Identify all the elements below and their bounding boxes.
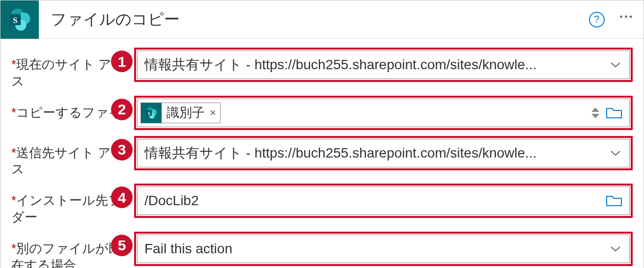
current-site-dropdown[interactable]: 情報共有サイト - https://buch255.sharepoint.com… — [137, 51, 630, 79]
svg-text:S: S — [148, 110, 150, 115]
spinner-control — [590, 107, 601, 118]
if-exists-value: Fail this action — [144, 241, 609, 257]
if-exists-dropdown[interactable]: Fail this action — [137, 235, 630, 263]
row-dest-site: *送信先サイト アス 3 情報共有サイト - https://buch255.s… — [11, 136, 633, 178]
badge-4: 4 — [111, 187, 133, 208]
help-icon[interactable]: ? — [589, 12, 605, 27]
badge-3: 3 — [111, 139, 133, 161]
highlight-file-to-copy: S 識別子 × — [134, 96, 633, 130]
dynamic-token-identifier[interactable]: S 識別子 × — [140, 103, 221, 123]
spinner-down-icon[interactable] — [591, 114, 599, 118]
card-header: S ファイルのコピー ? ··· — [0, 0, 644, 39]
highlight-current-site: 情報共有サイト - https://buch255.sharepoint.com… — [134, 48, 633, 82]
label-dest-site: *送信先サイト アス 3 — [11, 136, 134, 178]
dest-folder-input[interactable]: /DocLib2 — [137, 187, 630, 215]
card-body: *現在のサイト アス 1 情報共有サイト - https://buch255.s… — [0, 39, 644, 268]
current-site-value: 情報共有サイト - https://buch255.sharepoint.com… — [144, 55, 609, 74]
row-dest-folder: *インストール先フダー 4 /DocLib2 — [11, 184, 633, 226]
row-file-to-copy: *コピーするファイ 2 — [11, 96, 633, 130]
dest-folder-value: /DocLib2 — [144, 193, 606, 209]
row-current-site: *現在のサイト アス 1 情報共有サイト - https://buch255.s… — [11, 48, 633, 90]
sharepoint-icon: S — [0, 0, 39, 39]
highlight-dest-site: 情報共有サイト - https://buch255.sharepoint.com… — [134, 136, 633, 170]
badge-5: 5 — [111, 235, 133, 256]
sharepoint-icon: S — [141, 103, 162, 123]
token-label: 識別子 — [167, 104, 205, 121]
label-if-exists: *別のファイルが既在する場合 5 — [11, 232, 134, 268]
row-if-exists: *別のファイルが既在する場合 5 Fail this action — [11, 232, 633, 268]
folder-picker-button[interactable] — [606, 194, 622, 208]
label-file-to-copy: *コピーするファイ 2 — [11, 96, 134, 121]
dest-site-dropdown[interactable]: 情報共有サイト - https://buch255.sharepoint.com… — [137, 139, 630, 167]
svg-text:S: S — [13, 15, 17, 25]
spinner-up-icon[interactable] — [591, 107, 599, 112]
badge-2: 2 — [111, 99, 133, 120]
action-card: S ファイルのコピー ? ··· *現在のサイト アス 1 情報共有サイト - … — [0, 0, 644, 268]
token-remove-icon[interactable]: × — [210, 107, 216, 119]
badge-1: 1 — [111, 51, 133, 72]
more-menu-icon[interactable]: ··· — [619, 17, 634, 23]
card-title: ファイルのコピー — [51, 9, 589, 30]
file-to-copy-input[interactable]: S 識別子 × — [137, 99, 630, 127]
highlight-dest-folder: /DocLib2 — [134, 184, 633, 218]
folder-picker-button[interactable] — [606, 106, 622, 120]
label-dest-folder: *インストール先フダー 4 — [11, 184, 134, 226]
label-current-site: *現在のサイト アス 1 — [11, 48, 134, 90]
chevron-down-icon — [609, 58, 622, 72]
dest-site-value: 情報共有サイト - https://buch255.sharepoint.com… — [144, 144, 609, 162]
highlight-if-exists: Fail this action — [134, 232, 633, 266]
chevron-down-icon — [609, 242, 622, 256]
chevron-down-icon — [609, 146, 622, 160]
